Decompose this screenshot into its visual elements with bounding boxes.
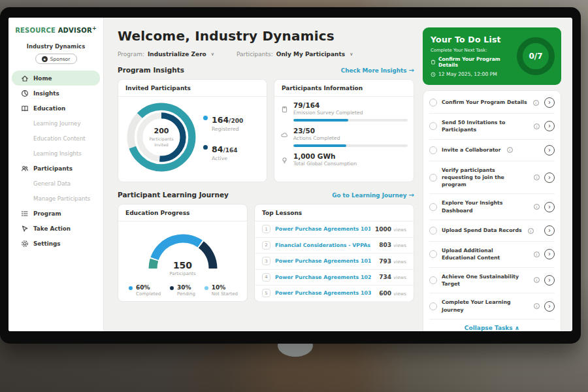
task-checkbox[interactable] xyxy=(429,99,437,106)
legend-value: 164 xyxy=(212,115,229,125)
brand-logo: RESOURCE ADVISOR+ xyxy=(8,25,103,34)
sponsor-badge[interactable]: ★ Sponsor xyxy=(35,54,77,64)
task-chevron-button[interactable]: › xyxy=(544,145,555,155)
lesson-link[interactable]: Power Purchase Agreements 101 xyxy=(275,226,370,232)
info-icon[interactable]: i xyxy=(534,252,540,257)
education-progress-title: Education Progress xyxy=(118,204,247,221)
sidebar-item[interactable]: Participants xyxy=(12,161,100,176)
info-icon[interactable]: i xyxy=(533,100,539,106)
sidebar-item[interactable]: Insights xyxy=(12,86,100,101)
nav-label: Home xyxy=(33,75,52,82)
task-chevron-button[interactable]: › xyxy=(544,121,555,131)
task-row[interactable]: Verify participants requesting to join t… xyxy=(429,161,555,195)
nav-label: Learning Journey xyxy=(33,120,80,127)
participants-information-title: Participants Information xyxy=(274,80,414,97)
org-name: Industry Dynamics xyxy=(8,43,103,50)
info-icon[interactable]: i xyxy=(534,303,540,309)
sidebar-item[interactable]: General Data xyxy=(12,176,100,191)
chevron-down-icon: ∨ xyxy=(211,52,214,57)
lesson-views: 793 views xyxy=(379,258,406,265)
sidebar-item[interactable]: Program xyxy=(12,206,100,221)
program-filter[interactable]: Program: Industrialize Zero ∨ xyxy=(118,51,214,57)
task-checkbox[interactable] xyxy=(429,250,437,258)
task-row[interactable]: Upload Additional Educational Content i … xyxy=(429,242,555,268)
stat-value: 79/164 xyxy=(293,101,408,109)
todo-panel: Your To Do List Complete Your Next Task:… xyxy=(421,18,572,331)
task-checkbox[interactable] xyxy=(429,302,437,310)
task-label: Invite a Collaborator xyxy=(442,146,501,154)
lesson-link[interactable]: Power Purchase Agreements 103 xyxy=(275,290,371,296)
check-more-insights-link[interactable]: Check More Insights → xyxy=(341,67,414,74)
sidebar-item[interactable]: Learning Insights xyxy=(12,146,100,161)
task-row[interactable]: Explore Your Insights Dashboard i › xyxy=(429,194,555,220)
filters-row: Program: Industrialize Zero ∨ Participan… xyxy=(118,51,414,57)
task-checkbox[interactable] xyxy=(429,174,437,182)
brand-resource: RESOURCE xyxy=(15,27,56,34)
nav-label: Education xyxy=(33,105,65,112)
sidebar-item[interactable]: Take Action xyxy=(12,221,100,236)
task-chevron-button[interactable]: › xyxy=(544,97,555,108)
collapse-tasks-link[interactable]: Collapse Tasks ∧ xyxy=(429,319,555,331)
nav-label: Settings xyxy=(33,240,61,247)
task-checkbox[interactable] xyxy=(429,146,437,154)
task-chevron-button[interactable]: › xyxy=(544,202,555,212)
info-icon[interactable]: i xyxy=(507,147,513,153)
task-row[interactable]: Complete Your Learning Journey i › xyxy=(429,293,555,319)
lesson-rank-badge: 5 xyxy=(262,289,270,297)
todo-next-task: Confirm Your Program Details xyxy=(431,56,513,68)
go-to-learning-journey-link[interactable]: Go to Learning Journey → xyxy=(332,191,414,199)
task-checkbox[interactable] xyxy=(429,122,437,130)
info-icon[interactable]: i xyxy=(534,123,540,129)
gauge-center-label: Participants xyxy=(142,271,223,276)
lesson-link[interactable]: Financial Considerations - VPPAs xyxy=(275,242,370,248)
learning-journey-header: Participant Learning Journey Go to Learn… xyxy=(118,191,414,199)
clipboard-icon xyxy=(431,59,436,65)
top-lessons-title: Top Lessons xyxy=(255,204,414,221)
legend-percent: 60% xyxy=(136,284,161,291)
task-chevron-button[interactable]: › xyxy=(544,225,555,236)
info-icon[interactable]: i xyxy=(534,277,540,283)
nav-label: Insights xyxy=(33,90,59,97)
stat-value: 1,000 GWh xyxy=(293,152,357,160)
legend-percent: 10% xyxy=(212,284,238,291)
lesson-views-count: 803 xyxy=(379,242,391,248)
task-row[interactable]: Send 50 Invitations to Participants i › xyxy=(429,114,555,140)
lesson-views: 600 views xyxy=(379,290,406,297)
stat-label: Actions Completed xyxy=(293,135,408,141)
info-icon[interactable]: i xyxy=(534,204,540,210)
nav-icon xyxy=(21,225,29,233)
task-chevron-button[interactable]: › xyxy=(544,301,555,312)
task-checkbox[interactable] xyxy=(429,227,437,235)
stat-progress-bar xyxy=(293,119,408,122)
top-lessons-card: Top Lessons 1 Power Purchase Agreements … xyxy=(254,204,414,302)
participants-filter[interactable]: Participants: Only My Participants ∨ xyxy=(237,51,353,57)
task-label: Upload Additional Educational Content xyxy=(442,247,528,262)
lesson-views: 803 views xyxy=(379,242,406,248)
task-chevron-button[interactable]: › xyxy=(544,249,555,259)
task-chevron-button[interactable]: › xyxy=(544,172,555,183)
task-row[interactable]: Upload Spend Data Records i › xyxy=(429,220,555,242)
sidebar-item[interactable]: Education Content xyxy=(12,131,100,146)
task-row[interactable]: Invite a Collaborator i › xyxy=(429,140,555,161)
legend-item: 164/200 Registered xyxy=(203,113,243,132)
info-icon[interactable]: i xyxy=(528,228,534,234)
sidebar-item[interactable]: Education xyxy=(12,101,100,116)
lesson-link[interactable]: Power Purchase Agreements 101 xyxy=(275,258,371,264)
dashboard-screen: RESOURCE ADVISOR+ Industry Dynamics ★ Sp… xyxy=(8,18,572,331)
stat-row: 1,000 GWh Total Global Consumption xyxy=(281,152,406,167)
sidebar-item[interactable]: Manage Participants xyxy=(12,191,100,206)
info-icon[interactable]: i xyxy=(534,174,540,180)
task-chevron-button[interactable]: › xyxy=(544,275,555,286)
sidebar-item[interactable]: Settings xyxy=(12,236,100,251)
task-checkbox[interactable] xyxy=(429,276,437,284)
todo-subtitle: Complete Your Next Task: xyxy=(431,48,513,53)
education-progress-gauge: 150 Participants xyxy=(142,231,223,274)
task-label: Send 50 Invitations to Participants xyxy=(442,119,528,134)
sidebar-item[interactable]: Home xyxy=(12,71,100,86)
stat-icon xyxy=(281,154,289,167)
task-row[interactable]: Confirm Your Program Details i › xyxy=(429,92,555,114)
task-checkbox[interactable] xyxy=(429,203,437,211)
lesson-link[interactable]: Power Purchase Agreements 102 xyxy=(275,274,371,280)
sidebar-item[interactable]: Learning Journey xyxy=(12,116,100,131)
task-row[interactable]: Achieve One Sustainability Target i › xyxy=(429,268,555,294)
